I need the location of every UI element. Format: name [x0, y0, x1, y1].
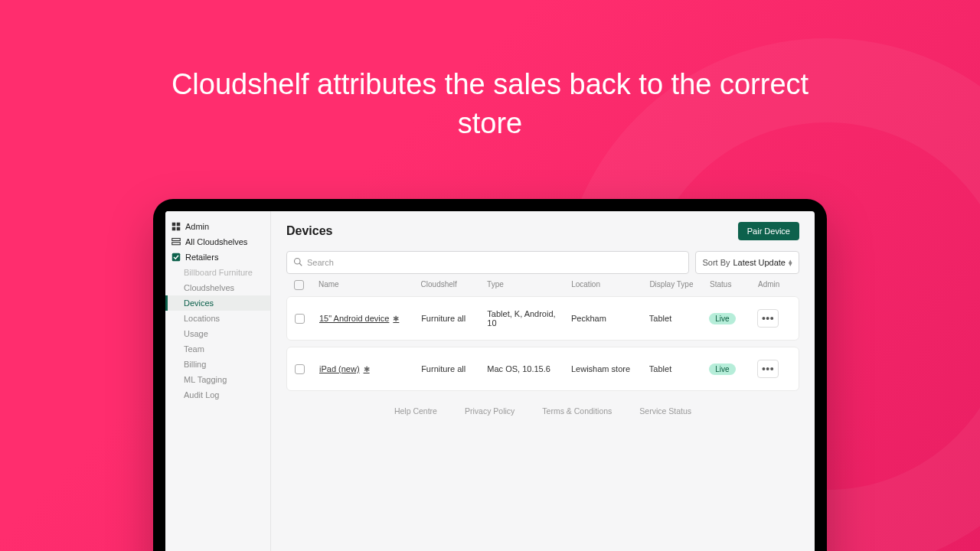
svg-rect-0 [172, 223, 176, 227]
sidebar-sub-team[interactable]: Team [165, 341, 270, 357]
sort-label: Sort By [702, 258, 730, 267]
footer-privacy[interactable]: Privacy Policy [465, 406, 514, 416]
sidebar-sub-locations[interactable]: Locations [165, 311, 270, 326]
cell-type: Tablet, K, Android, 10 [487, 309, 565, 328]
footer-terms[interactable]: Terms & Conditions [542, 406, 612, 416]
sort-value: Latest Update [733, 258, 786, 267]
sidebar-sub-audit-log[interactable]: Audit Log [165, 387, 270, 403]
col-location: Location [571, 280, 643, 290]
sidebar-sub-devices[interactable]: Devices [165, 295, 270, 311]
table-row: 15" Android device ✱ Furniture all Table… [286, 296, 799, 341]
device-name-link[interactable]: iPad (new) ✱ [319, 364, 415, 373]
sidebar-item-label: Retailers [185, 253, 218, 262]
svg-rect-5 [172, 243, 181, 245]
search-icon [293, 256, 302, 269]
header-row: Devices Pair Device [286, 222, 799, 240]
sidebar-sub-cloudshelves[interactable]: Cloudshelves [165, 280, 270, 295]
sidebar: Admin All Cloudshelves Retailers Billboa… [165, 211, 271, 551]
device-frame: Admin All Cloudshelves Retailers Billboa… [153, 199, 827, 551]
row-checkbox[interactable] [295, 314, 305, 324]
device-name-link[interactable]: 15" Android device ✱ [319, 314, 415, 323]
pin-icon: ✱ [364, 365, 370, 373]
sort-select[interactable]: Sort By Latest Update ▴▾ [695, 251, 799, 274]
footer-links: Help Centre Privacy Policy Terms & Condi… [286, 406, 799, 416]
svg-rect-3 [177, 227, 181, 231]
cell-type: Mac OS, 10.15.6 [487, 364, 565, 373]
sidebar-item-all-cloudshelves[interactable]: All Cloudshelves [165, 234, 270, 249]
cell-location: Peckham [571, 314, 643, 323]
row-actions-button[interactable]: ••• [757, 360, 779, 378]
col-cloudshelf: Cloudshelf [421, 280, 482, 290]
sidebar-item-retailers[interactable]: Retailers [165, 249, 270, 265]
col-type: Type [487, 280, 565, 290]
svg-rect-4 [172, 239, 181, 241]
pair-device-button[interactable]: Pair Device [738, 222, 799, 240]
cell-cloudshelf: Furniture all [421, 364, 481, 373]
sidebar-sub-billboard[interactable]: Billboard Furniture [165, 265, 270, 280]
controls-row: Sort By Latest Update ▴▾ [286, 251, 799, 274]
devices-table: Name Cloudshelf Type Location Display Ty… [286, 274, 799, 397]
cell-display-type: Tablet [649, 314, 703, 323]
status-badge: Live [709, 313, 735, 324]
footer-status[interactable]: Service Status [639, 406, 691, 416]
row-checkbox[interactable] [295, 364, 305, 374]
col-status: Status [710, 280, 752, 290]
svg-rect-2 [172, 227, 176, 231]
svg-rect-6 [172, 253, 181, 262]
svg-rect-1 [177, 223, 181, 227]
sidebar-sub-usage[interactable]: Usage [165, 326, 270, 341]
retailers-icon [172, 253, 181, 262]
sort-arrows-icon: ▴▾ [789, 259, 792, 266]
shelves-icon [172, 237, 181, 246]
app-screen: Admin All Cloudshelves Retailers Billboa… [165, 211, 815, 551]
main-panel: Devices Pair Device Sort By Latest Updat… [271, 211, 815, 551]
svg-point-7 [295, 259, 301, 265]
row-actions-button[interactable]: ••• [757, 309, 779, 328]
sidebar-item-admin[interactable]: Admin [165, 219, 270, 234]
table-header: Name Cloudshelf Type Location Display Ty… [286, 274, 799, 296]
promo-headline: Cloudshelf attributes the sales back to … [145, 0, 835, 144]
pin-icon: ✱ [393, 315, 399, 323]
device-name-text: iPad (new) [319, 364, 360, 373]
sidebar-item-label: Admin [185, 222, 209, 231]
col-display-type: Display Type [649, 280, 704, 290]
sidebar-item-label: All Cloudshelves [185, 237, 247, 246]
status-badge: Live [709, 364, 735, 375]
select-all-checkbox[interactable] [294, 280, 304, 290]
col-name: Name [318, 280, 415, 290]
col-admin: Admin [758, 280, 792, 290]
search-input[interactable] [307, 258, 682, 267]
sidebar-sub-billing[interactable]: Billing [165, 357, 270, 372]
table-row: iPad (new) ✱ Furniture all Mac OS, 10.15… [286, 347, 799, 391]
cell-display-type: Tablet [649, 364, 703, 373]
device-name-text: 15" Android device [319, 314, 389, 323]
search-wrap[interactable] [286, 251, 689, 274]
sidebar-sub-ml-tagging[interactable]: ML Tagging [165, 372, 270, 387]
footer-help[interactable]: Help Centre [394, 406, 437, 416]
page-title: Devices [286, 224, 333, 238]
cell-location: Lewisham store [571, 364, 643, 373]
svg-line-8 [299, 263, 302, 266]
cell-cloudshelf: Furniture all [421, 314, 481, 323]
admin-icon [172, 222, 181, 231]
